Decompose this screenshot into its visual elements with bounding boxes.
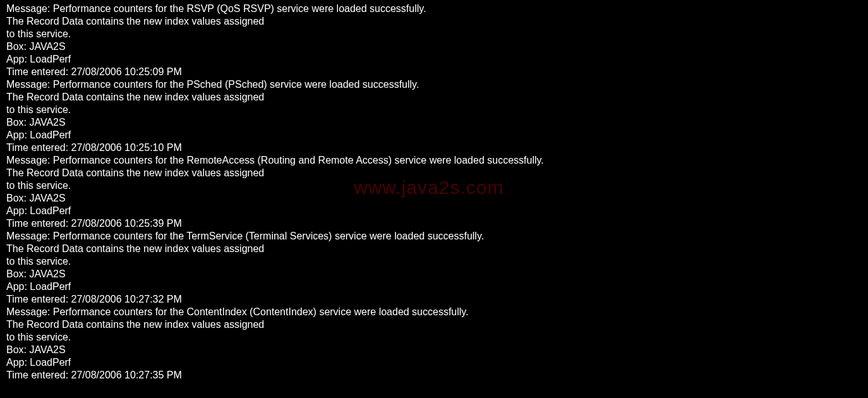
log-message-line: to this service. bbox=[6, 331, 862, 344]
log-message-line: Message: Performance counters for the RS… bbox=[6, 3, 862, 15]
label-box: Box: bbox=[6, 268, 29, 279]
app-value: LoadPerf bbox=[30, 357, 71, 368]
label-message: Message: bbox=[6, 231, 53, 241]
label-app: App: bbox=[6, 54, 30, 64]
box-value: JAVA2S bbox=[29, 193, 65, 203]
message-text: Performance counters for the ContentInde… bbox=[53, 306, 469, 317]
label-time: Time entered: bbox=[6, 370, 71, 380]
label-app: App: bbox=[6, 205, 30, 216]
log-message-line: to this service. bbox=[6, 179, 862, 192]
log-app-line: App: LoadPerf bbox=[6, 356, 862, 369]
label-time: Time entered: bbox=[6, 66, 71, 77]
log-time-line: Time entered: 27/08/2006 10:25:39 PM bbox=[6, 217, 862, 230]
label-message: Message: bbox=[6, 79, 53, 90]
log-entry: Message: Performance counters for the Co… bbox=[6, 306, 862, 382]
log-time-line: Time entered: 27/08/2006 10:27:32 PM bbox=[6, 293, 862, 306]
label-box: Box: bbox=[6, 344, 29, 355]
app-value: LoadPerf bbox=[30, 281, 71, 292]
app-value: LoadPerf bbox=[30, 205, 71, 216]
log-app-line: App: LoadPerf bbox=[6, 280, 862, 293]
time-value: 27/08/2006 10:27:35 PM bbox=[71, 370, 182, 380]
label-app: App: bbox=[6, 357, 30, 368]
log-message-line: The Record Data contains the new index v… bbox=[6, 243, 862, 255]
log-message-line: to this service. bbox=[6, 28, 862, 40]
box-value: JAVA2S bbox=[29, 117, 65, 128]
log-box-line: Box: JAVA2S bbox=[6, 40, 862, 53]
log-output: Message: Performance counters for the RS… bbox=[6, 3, 862, 382]
label-message: Message: bbox=[6, 306, 53, 317]
app-value: LoadPerf bbox=[30, 54, 71, 64]
label-box: Box: bbox=[6, 41, 29, 52]
log-app-line: App: LoadPerf bbox=[6, 129, 862, 142]
time-value: 27/08/2006 10:25:39 PM bbox=[71, 218, 182, 229]
log-box-line: Box: JAVA2S bbox=[6, 192, 862, 205]
label-message: Message: bbox=[6, 3, 53, 14]
box-value: JAVA2S bbox=[29, 268, 65, 279]
label-time: Time entered: bbox=[6, 294, 71, 305]
log-message-line: The Record Data contains the new index v… bbox=[6, 318, 862, 331]
log-entry: Message: Performance counters for the RS… bbox=[6, 3, 862, 78]
time-value: 27/08/2006 10:27:32 PM bbox=[71, 294, 182, 305]
log-entry: Message: Performance counters for the PS… bbox=[6, 78, 862, 154]
log-box-line: Box: JAVA2S bbox=[6, 344, 862, 356]
log-message-line: Message: Performance counters for the PS… bbox=[6, 78, 862, 91]
time-value: 27/08/2006 10:25:10 PM bbox=[71, 142, 182, 153]
box-value: JAVA2S bbox=[29, 41, 65, 52]
log-message-line: to this service. bbox=[6, 255, 862, 268]
log-message-line: The Record Data contains the new index v… bbox=[6, 15, 862, 28]
log-app-line: App: LoadPerf bbox=[6, 205, 862, 217]
log-message-line: The Record Data contains the new index v… bbox=[6, 167, 862, 179]
label-time: Time entered: bbox=[6, 142, 71, 153]
log-message-line: to this service. bbox=[6, 104, 862, 116]
label-app: App: bbox=[6, 281, 30, 292]
message-text: Performance counters for the TermService… bbox=[53, 231, 484, 241]
label-app: App: bbox=[6, 130, 30, 140]
label-box: Box: bbox=[6, 193, 29, 203]
label-box: Box: bbox=[6, 117, 29, 128]
log-box-line: Box: JAVA2S bbox=[6, 116, 862, 129]
label-message: Message: bbox=[6, 155, 53, 166]
message-text: Performance counters for the RSVP (QoS R… bbox=[53, 3, 426, 14]
message-text: Performance counters for the RemoteAcces… bbox=[53, 155, 544, 166]
log-time-line: Time entered: 27/08/2006 10:27:35 PM bbox=[6, 369, 862, 382]
log-message-line: Message: Performance counters for the Re… bbox=[6, 154, 862, 167]
log-message-line: The Record Data contains the new index v… bbox=[6, 91, 862, 104]
log-app-line: App: LoadPerf bbox=[6, 53, 862, 66]
log-time-line: Time entered: 27/08/2006 10:25:09 PM bbox=[6, 66, 862, 78]
time-value: 27/08/2006 10:25:09 PM bbox=[71, 66, 182, 77]
log-message-line: Message: Performance counters for the Te… bbox=[6, 230, 862, 243]
box-value: JAVA2S bbox=[29, 344, 65, 355]
label-time: Time entered: bbox=[6, 218, 71, 229]
log-message-line: Message: Performance counters for the Co… bbox=[6, 306, 862, 318]
app-value: LoadPerf bbox=[30, 130, 71, 140]
log-box-line: Box: JAVA2S bbox=[6, 268, 862, 280]
message-text: Performance counters for the PSched (PSc… bbox=[53, 79, 419, 90]
log-entry: Message: Performance counters for the Te… bbox=[6, 230, 862, 306]
log-entry: Message: Performance counters for the Re… bbox=[6, 154, 862, 230]
log-time-line: Time entered: 27/08/2006 10:25:10 PM bbox=[6, 142, 862, 154]
